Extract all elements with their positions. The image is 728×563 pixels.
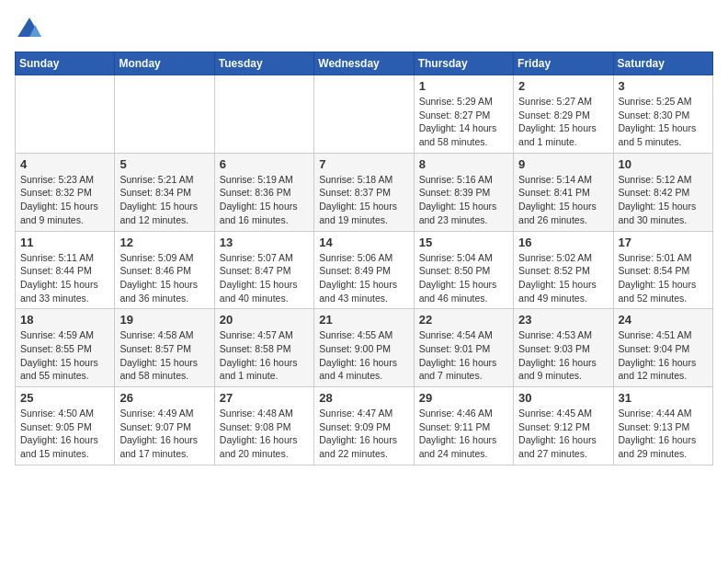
calendar-cell: 10Sunrise: 5:12 AM Sunset: 8:42 PM Dayli… <box>613 153 712 231</box>
day-info: Sunrise: 5:16 AM Sunset: 8:39 PM Dayligh… <box>419 173 508 227</box>
calendar-cell: 17Sunrise: 5:01 AM Sunset: 8:54 PM Dayli… <box>613 231 712 309</box>
day-info: Sunrise: 4:55 AM Sunset: 9:00 PM Dayligh… <box>319 328 408 383</box>
day-info: Sunrise: 5:09 AM Sunset: 8:46 PM Dayligh… <box>119 251 209 305</box>
day-number: 3 <box>619 79 708 93</box>
day-header-tuesday: Tuesday <box>214 52 313 75</box>
day-number: 10 <box>619 157 708 171</box>
day-header-friday: Friday <box>514 52 613 75</box>
calendar-week-row: 18Sunrise: 4:59 AM Sunset: 8:55 PM Dayli… <box>16 309 713 387</box>
day-number: 25 <box>20 391 109 405</box>
day-number: 14 <box>319 236 408 249</box>
calendar-cell: 31Sunrise: 4:44 AM Sunset: 9:13 PM Dayli… <box>613 387 712 465</box>
calendar-cell: 12Sunrise: 5:09 AM Sunset: 8:46 PM Dayli… <box>115 231 214 309</box>
calendar-cell: 18Sunrise: 4:59 AM Sunset: 8:55 PM Dayli… <box>16 309 115 387</box>
day-info: Sunrise: 4:45 AM Sunset: 9:12 PM Dayligh… <box>518 407 608 461</box>
day-number: 11 <box>20 236 109 249</box>
calendar-cell <box>314 75 414 154</box>
day-number: 22 <box>419 313 508 327</box>
calendar-cell: 13Sunrise: 5:07 AM Sunset: 8:47 PM Dayli… <box>214 231 313 309</box>
day-info: Sunrise: 5:18 AM Sunset: 8:37 PM Dayligh… <box>319 173 408 227</box>
calendar-cell: 9Sunrise: 5:14 AM Sunset: 8:41 PM Daylig… <box>514 153 613 231</box>
day-number: 8 <box>419 157 508 171</box>
calendar-cell: 4Sunrise: 5:23 AM Sunset: 8:32 PM Daylig… <box>16 153 115 231</box>
day-number: 24 <box>619 313 708 327</box>
day-info: Sunrise: 4:49 AM Sunset: 9:07 PM Dayligh… <box>119 407 209 461</box>
calendar-cell: 22Sunrise: 4:54 AM Sunset: 9:01 PM Dayli… <box>414 309 513 387</box>
calendar-cell: 16Sunrise: 5:02 AM Sunset: 8:52 PM Dayli… <box>514 231 613 309</box>
calendar-cell: 2Sunrise: 5:27 AM Sunset: 8:29 PM Daylig… <box>514 75 613 154</box>
calendar-cell <box>115 75 214 154</box>
calendar-week-row: 1Sunrise: 5:29 AM Sunset: 8:27 PM Daylig… <box>16 75 713 154</box>
calendar-cell: 6Sunrise: 5:19 AM Sunset: 8:36 PM Daylig… <box>214 153 313 231</box>
day-info: Sunrise: 4:51 AM Sunset: 9:04 PM Dayligh… <box>619 328 708 383</box>
day-number: 21 <box>319 313 408 327</box>
day-number: 16 <box>518 236 608 249</box>
calendar-cell: 3Sunrise: 5:25 AM Sunset: 8:30 PM Daylig… <box>613 75 712 154</box>
calendar-cell: 29Sunrise: 4:46 AM Sunset: 9:11 PM Dayli… <box>414 387 513 465</box>
day-header-saturday: Saturday <box>613 52 712 75</box>
day-info: Sunrise: 5:27 AM Sunset: 8:29 PM Dayligh… <box>518 95 608 149</box>
day-number: 2 <box>518 79 608 93</box>
day-number: 30 <box>518 391 608 405</box>
calendar-table: SundayMondayTuesdayWednesdayThursdayFrid… <box>15 52 713 465</box>
calendar-cell: 7Sunrise: 5:18 AM Sunset: 8:37 PM Daylig… <box>314 153 414 231</box>
calendar-week-row: 11Sunrise: 5:11 AM Sunset: 8:44 PM Dayli… <box>16 231 713 309</box>
day-number: 19 <box>119 313 209 327</box>
day-header-sunday: Sunday <box>16 52 115 75</box>
calendar-cell: 15Sunrise: 5:04 AM Sunset: 8:50 PM Dayli… <box>414 231 513 309</box>
day-number: 12 <box>119 236 209 249</box>
day-info: Sunrise: 5:29 AM Sunset: 8:27 PM Dayligh… <box>419 95 508 149</box>
day-info: Sunrise: 4:46 AM Sunset: 9:11 PM Dayligh… <box>419 407 508 461</box>
day-info: Sunrise: 5:04 AM Sunset: 8:50 PM Dayligh… <box>419 251 508 305</box>
day-info: Sunrise: 5:02 AM Sunset: 8:52 PM Dayligh… <box>518 251 608 305</box>
day-info: Sunrise: 5:01 AM Sunset: 8:54 PM Dayligh… <box>619 251 708 305</box>
day-info: Sunrise: 4:59 AM Sunset: 8:55 PM Dayligh… <box>20 328 109 383</box>
day-info: Sunrise: 5:14 AM Sunset: 8:41 PM Dayligh… <box>518 173 608 227</box>
calendar-week-row: 25Sunrise: 4:50 AM Sunset: 9:05 PM Dayli… <box>16 387 713 465</box>
day-number: 26 <box>119 391 209 405</box>
day-header-monday: Monday <box>115 52 214 75</box>
calendar-cell: 25Sunrise: 4:50 AM Sunset: 9:05 PM Dayli… <box>16 387 115 465</box>
day-number: 31 <box>619 391 708 405</box>
day-info: Sunrise: 4:54 AM Sunset: 9:01 PM Dayligh… <box>419 328 508 383</box>
calendar-cell: 11Sunrise: 5:11 AM Sunset: 8:44 PM Dayli… <box>16 231 115 309</box>
day-info: Sunrise: 4:48 AM Sunset: 9:08 PM Dayligh… <box>220 407 309 461</box>
day-header-wednesday: Wednesday <box>314 52 414 75</box>
day-number: 1 <box>419 79 508 93</box>
day-info: Sunrise: 4:44 AM Sunset: 9:13 PM Dayligh… <box>619 407 708 461</box>
day-number: 29 <box>419 391 508 405</box>
calendar-cell: 5Sunrise: 5:21 AM Sunset: 8:34 PM Daylig… <box>115 153 214 231</box>
day-number: 15 <box>419 236 508 249</box>
calendar-cell: 8Sunrise: 5:16 AM Sunset: 8:39 PM Daylig… <box>414 153 513 231</box>
calendar-cell: 19Sunrise: 4:58 AM Sunset: 8:57 PM Dayli… <box>115 309 214 387</box>
day-info: Sunrise: 5:07 AM Sunset: 8:47 PM Dayligh… <box>220 251 309 305</box>
calendar-cell: 28Sunrise: 4:47 AM Sunset: 9:09 PM Dayli… <box>314 387 414 465</box>
calendar-cell: 1Sunrise: 5:29 AM Sunset: 8:27 PM Daylig… <box>414 75 513 154</box>
day-number: 6 <box>220 157 309 171</box>
day-info: Sunrise: 5:21 AM Sunset: 8:34 PM Dayligh… <box>119 173 209 227</box>
day-number: 27 <box>220 391 309 405</box>
day-number: 9 <box>518 157 608 171</box>
day-info: Sunrise: 5:06 AM Sunset: 8:49 PM Dayligh… <box>319 251 408 305</box>
day-number: 18 <box>20 313 109 327</box>
calendar-cell: 27Sunrise: 4:48 AM Sunset: 9:08 PM Dayli… <box>214 387 313 465</box>
calendar-cell: 30Sunrise: 4:45 AM Sunset: 9:12 PM Dayli… <box>514 387 613 465</box>
calendar-cell: 23Sunrise: 4:53 AM Sunset: 9:03 PM Dayli… <box>514 309 613 387</box>
day-info: Sunrise: 4:57 AM Sunset: 8:58 PM Dayligh… <box>220 328 309 383</box>
day-number: 28 <box>319 391 408 405</box>
day-info: Sunrise: 5:11 AM Sunset: 8:44 PM Dayligh… <box>20 251 109 305</box>
day-info: Sunrise: 5:25 AM Sunset: 8:30 PM Dayligh… <box>619 95 708 149</box>
calendar-cell: 21Sunrise: 4:55 AM Sunset: 9:00 PM Dayli… <box>314 309 414 387</box>
logo-icon <box>15 15 44 44</box>
calendar-week-row: 4Sunrise: 5:23 AM Sunset: 8:32 PM Daylig… <box>16 153 713 231</box>
day-info: Sunrise: 4:58 AM Sunset: 8:57 PM Dayligh… <box>119 328 209 383</box>
day-info: Sunrise: 4:47 AM Sunset: 9:09 PM Dayligh… <box>319 407 408 461</box>
day-number: 7 <box>319 157 408 171</box>
day-number: 17 <box>619 236 708 249</box>
day-info: Sunrise: 5:12 AM Sunset: 8:42 PM Dayligh… <box>619 173 708 227</box>
day-number: 4 <box>20 157 109 171</box>
calendar-cell: 20Sunrise: 4:57 AM Sunset: 8:58 PM Dayli… <box>214 309 313 387</box>
page-header <box>15 15 713 44</box>
calendar-cell: 26Sunrise: 4:49 AM Sunset: 9:07 PM Dayli… <box>115 387 214 465</box>
day-number: 13 <box>220 236 309 249</box>
